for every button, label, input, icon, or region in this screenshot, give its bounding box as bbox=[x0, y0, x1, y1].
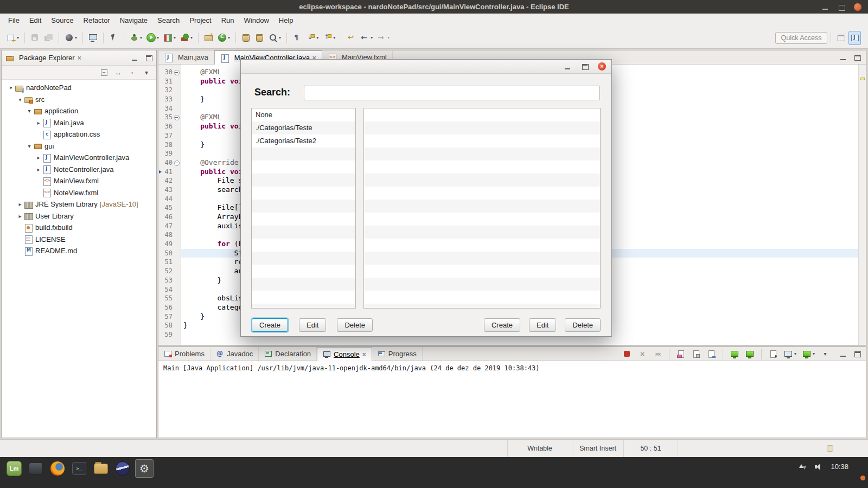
editor-tab-main-java[interactable]: Main.java bbox=[158, 50, 214, 64]
file-manager-button[interactable] bbox=[92, 459, 110, 478]
debug-button[interactable]: ▾ bbox=[128, 31, 144, 45]
tree-item-license[interactable]: LICENSE bbox=[2, 234, 156, 246]
maximize-icon[interactable] bbox=[853, 53, 861, 62]
console-output[interactable]: Main [Java Application] /usr/lib/jvm/jav… bbox=[158, 361, 866, 375]
maximize-icon[interactable] bbox=[838, 3, 845, 11]
overview-ruler[interactable] bbox=[858, 65, 866, 345]
tree-item-build-fxbuild[interactable]: build.fxbuild bbox=[2, 222, 156, 234]
last-edit-location-button[interactable] bbox=[345, 31, 358, 45]
dropdown-caret[interactable]: ▾ bbox=[316, 35, 318, 40]
fold-marker[interactable] bbox=[173, 113, 181, 122]
open-console-button[interactable]: ▾ bbox=[800, 347, 816, 361]
previous-annotation-button[interactable]: ▾ bbox=[321, 31, 337, 45]
settings-button[interactable]: ⚙ bbox=[135, 459, 154, 478]
package-explorer-tab[interactable]: Package Explorer bbox=[5, 54, 81, 62]
left-create-button[interactable]: Create bbox=[252, 318, 288, 332]
menu-navigate[interactable]: Navigate bbox=[115, 14, 152, 27]
display-selected-console-button[interactable]: ▾ bbox=[782, 347, 798, 361]
back-button[interactable]: ▾ bbox=[359, 31, 374, 45]
left-edit-button[interactable]: Edit bbox=[299, 318, 326, 332]
expand-arrow[interactable] bbox=[35, 120, 42, 126]
remove-launch-button[interactable] bbox=[636, 347, 649, 361]
pin-console-button[interactable] bbox=[767, 347, 780, 361]
eclipse-button[interactable] bbox=[113, 459, 132, 478]
view-tab-problems[interactable]: Problems bbox=[158, 347, 210, 361]
fold-marker[interactable] bbox=[173, 68, 181, 77]
close-icon[interactable] bbox=[854, 3, 861, 11]
package-jar-button[interactable] bbox=[253, 31, 266, 45]
menu-refactor[interactable]: Refactor bbox=[79, 14, 115, 27]
expand-arrow[interactable] bbox=[16, 213, 24, 219]
right-create-button[interactable]: Create bbox=[484, 318, 520, 332]
notes-list[interactable] bbox=[363, 108, 601, 309]
expand-arrow[interactable] bbox=[16, 97, 24, 102]
minimize-icon[interactable] bbox=[839, 53, 847, 62]
search-button[interactable]: ▾ bbox=[267, 31, 283, 45]
tree-item-nardonotepad[interactable]: nardoNotePad bbox=[2, 82, 156, 94]
tree-item-jre-system-library[interactable]: JRE System Library[JavaSE-10] bbox=[2, 198, 156, 210]
view-menu-icon[interactable]: ▾ bbox=[143, 69, 150, 76]
new-wizard-button[interactable]: ▾ bbox=[5, 31, 21, 45]
maximize-icon[interactable] bbox=[580, 62, 589, 71]
expand-arrow[interactable] bbox=[7, 85, 15, 91]
dropdown-caret[interactable]: ▾ bbox=[17, 35, 19, 40]
network-icon[interactable] bbox=[799, 463, 807, 471]
open-perspective-button[interactable] bbox=[835, 31, 847, 45]
dropdown-caret[interactable]: ▾ bbox=[157, 35, 159, 40]
show-whitespace-button[interactable] bbox=[291, 31, 303, 45]
tree-item-readme-md[interactable]: README.md bbox=[2, 245, 156, 257]
dropdown-caret[interactable]: ▾ bbox=[228, 35, 230, 40]
menu-project[interactable]: Project bbox=[184, 14, 216, 27]
firefox-button[interactable] bbox=[48, 459, 67, 478]
show-stderr-console-button[interactable] bbox=[743, 347, 756, 361]
show-stdout-console-button[interactable] bbox=[728, 347, 741, 361]
categories-list[interactable]: None./Categorias/Teste./Categorias/Teste… bbox=[251, 108, 356, 309]
dialog-titlebar[interactable] bbox=[241, 60, 611, 74]
menu-source[interactable]: Source bbox=[46, 14, 78, 27]
next-annotation-button[interactable]: ▾ bbox=[304, 31, 320, 45]
tree-item-notecontroller-java[interactable]: NoteController.java bbox=[2, 164, 156, 176]
java-perspective-button[interactable] bbox=[848, 31, 861, 45]
right-delete-button[interactable]: Delete bbox=[565, 318, 601, 332]
view-tab-console[interactable]: Console bbox=[317, 347, 372, 361]
terminal-button[interactable]: >_ bbox=[70, 459, 88, 478]
open-type-button[interactable] bbox=[240, 31, 252, 45]
minimize-icon[interactable] bbox=[130, 54, 139, 62]
new-java-project-button[interactable] bbox=[202, 31, 215, 45]
tree-item-mainview-fxml[interactable]: MainView.fxml bbox=[2, 175, 156, 187]
remove-all-launches-button[interactable] bbox=[651, 347, 664, 361]
view-tab-progress[interactable]: Progress bbox=[372, 347, 423, 361]
search-input[interactable] bbox=[304, 86, 600, 100]
expand-arrow[interactable] bbox=[35, 155, 42, 160]
tree-item-application[interactable]: application bbox=[2, 105, 156, 117]
maximize-icon[interactable] bbox=[853, 350, 861, 358]
dropdown-caret[interactable]: ▾ bbox=[279, 35, 281, 40]
pointer-button[interactable] bbox=[107, 31, 120, 45]
close-icon[interactable] bbox=[78, 54, 81, 62]
menu-window[interactable]: Window bbox=[239, 14, 274, 27]
expand-arrow[interactable] bbox=[25, 108, 33, 114]
view-tab-declaration[interactable]: Declaration bbox=[259, 347, 317, 361]
dropdown-caret[interactable]: ▾ bbox=[333, 35, 335, 40]
word-wrap-button[interactable] bbox=[705, 347, 718, 361]
tree-item-gui[interactable]: gui bbox=[2, 140, 156, 152]
dropdown-caret[interactable]: ▾ bbox=[371, 35, 373, 40]
right-edit-button[interactable]: Edit bbox=[529, 318, 556, 332]
dropdown-caret[interactable]: ▾ bbox=[190, 35, 193, 40]
expand-arrow[interactable] bbox=[16, 201, 24, 207]
mint-menu-button[interactable]: Lm bbox=[5, 459, 23, 478]
category-item[interactable]: ./Categorias/Teste2 bbox=[252, 134, 355, 147]
run-button[interactable]: ▾ bbox=[145, 31, 161, 45]
coverage-button[interactable]: ▾ bbox=[162, 31, 177, 45]
quick-access-box[interactable]: Quick Access bbox=[775, 32, 827, 44]
console-view-menu-button[interactable] bbox=[819, 347, 832, 361]
files-window-button[interactable] bbox=[27, 459, 45, 478]
dropdown-caret[interactable]: ▾ bbox=[813, 351, 815, 356]
collapse-all-icon[interactable]: − bbox=[101, 69, 107, 76]
tree-item-user-library[interactable]: User Library bbox=[2, 210, 156, 222]
clear-console-button[interactable] bbox=[674, 347, 687, 361]
fold-marker[interactable] bbox=[173, 158, 181, 168]
link-with-editor-icon[interactable]: ↔ bbox=[115, 69, 122, 76]
tree-item-mainviewcontroller-java[interactable]: MainViewController.java bbox=[2, 152, 156, 164]
menu-run[interactable]: Run bbox=[216, 14, 239, 27]
